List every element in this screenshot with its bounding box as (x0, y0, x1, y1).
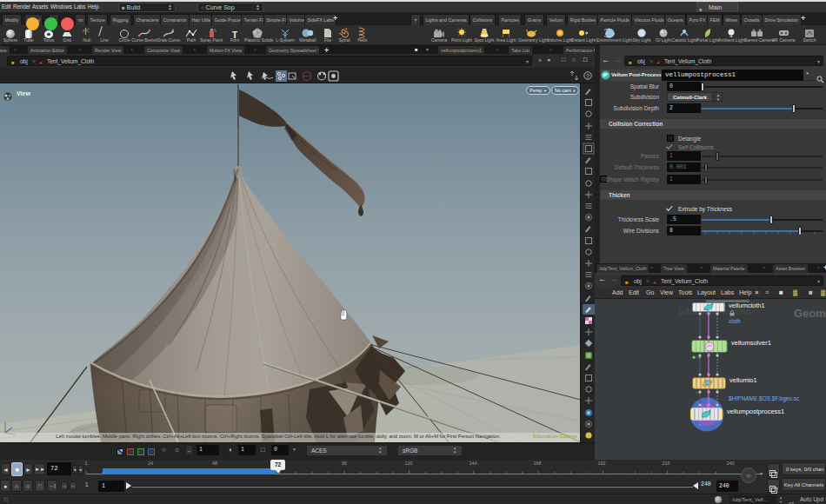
svg-text:?: ? (586, 73, 590, 79)
